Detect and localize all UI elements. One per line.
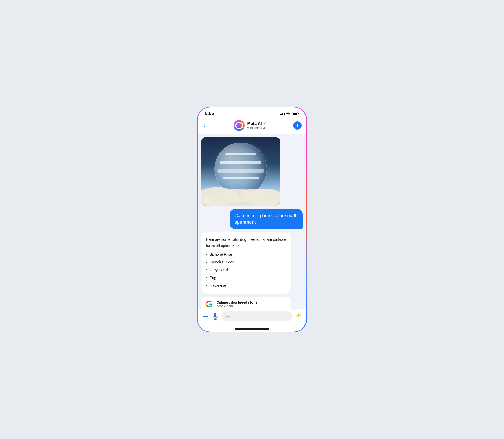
header-name: Meta AI ✓ xyxy=(247,121,266,126)
breed-item-5: Havanese xyxy=(206,282,286,290)
ai-response-bubble: Here are some calm dog breeds that are s… xyxy=(201,232,291,294)
svg-rect-0 xyxy=(214,313,216,317)
text-input[interactable]: Aa xyxy=(221,311,292,321)
signal-icon xyxy=(280,112,285,115)
header-center: Meta AI ✓ with Llama 3 xyxy=(234,120,266,131)
info-button[interactable]: i xyxy=(293,121,302,130)
microphone-button[interactable] xyxy=(212,313,218,320)
back-button[interactable]: ‹ xyxy=(202,122,206,129)
source-url: google.com xyxy=(217,304,260,308)
verified-badge: ✓ xyxy=(263,122,266,126)
meta-ai-avatar xyxy=(234,120,245,131)
breed-list: Bichone Frise French Bulldog Greyhound P… xyxy=(206,250,286,289)
status-icons xyxy=(280,112,299,116)
ai-generated-image: ✦ xyxy=(201,137,280,206)
source-card[interactable]: Calmest dog breeds for s... google.com xyxy=(201,297,291,309)
source-title: Calmest dog breeds for s... xyxy=(217,300,260,304)
bottom-bar: Aa xyxy=(198,309,306,326)
home-indicator xyxy=(198,326,306,332)
google-logo xyxy=(205,300,213,308)
input-placeholder: Aa xyxy=(225,314,230,318)
status-time: 5:55 xyxy=(205,111,214,116)
header-text: Meta AI ✓ with Llama 3 xyxy=(247,121,266,130)
battery-icon xyxy=(292,112,299,115)
breed-item-2: French Bulldog xyxy=(206,258,286,266)
chat-area: ✦ Calmest dog breeds for small apartment… xyxy=(198,134,306,309)
user-message-bubble: Calmest dog breeds for small apartment xyxy=(230,209,303,229)
watermark: ✦ xyxy=(204,197,210,203)
header-subtitle: with Llama 3 xyxy=(247,126,266,130)
status-bar: 5:55 xyxy=(198,107,306,118)
home-indicator-bar xyxy=(235,328,269,330)
menu-button[interactable] xyxy=(202,313,209,319)
breed-item-3: Greyhound xyxy=(206,266,286,274)
phone-screen: 5:55 xyxy=(198,107,306,332)
source-info: Calmest dog breeds for s... google.com xyxy=(217,300,260,308)
breed-item-4: Pug xyxy=(206,274,286,282)
ai-response-intro: Here are some calm dog breeds that are s… xyxy=(206,237,286,248)
sparkle-button[interactable] xyxy=(295,312,302,321)
header: ‹ Meta AI ✓ with Llama 3 i xyxy=(198,118,306,134)
wifi-icon xyxy=(286,112,290,116)
breed-item-1: Bichone Frise xyxy=(206,250,286,258)
phone-wrapper: 5:55 xyxy=(197,107,307,332)
